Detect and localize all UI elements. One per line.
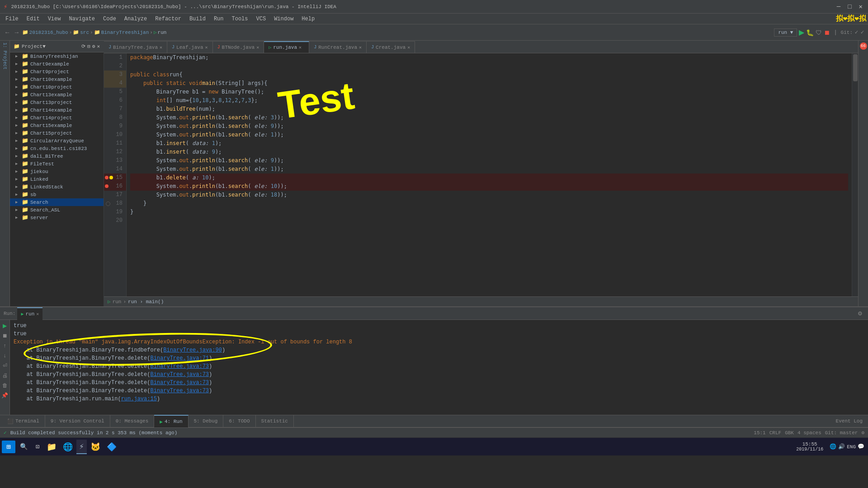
taskbar-edge[interactable]: 🔷 [104,440,119,454]
encoding-indicator[interactable]: GBK [785,430,794,436]
search-button[interactable]: 🔍 [16,440,31,454]
tab-creat[interactable]: J Creat.java ✕ [367,41,415,53]
tab-run[interactable]: ▷ run.java ✕ [264,41,309,53]
stop-button[interactable]: ⏹ [824,29,830,36]
project-icon[interactable]: 1: Project [2,42,7,70]
tab-terminal[interactable]: ⬛Terminal [2,415,45,427]
right-scrollbar[interactable] [852,53,858,296]
project-name[interactable]: 20182316_hubo [29,30,68,35]
tab-version-control[interactable]: 9: Version Control [45,415,110,427]
menu-run[interactable]: Run [210,15,227,23]
tree-item-chart10example[interactable]: ▶ 📁 Chart10example [10,75,104,83]
git-push-button[interactable]: ✓ [860,29,864,35]
tab-close-icon[interactable]: ✕ [256,45,259,50]
tree-item-chart14project[interactable]: ▶ 📁 Chart14project [10,114,104,122]
pin-button[interactable]: 📌 [1,391,9,399]
tree-item-dali[interactable]: ▶ 📁 dali_BiTree [10,152,104,160]
task-view-button[interactable]: ⊡ [32,440,43,454]
stack-link-4[interactable]: BinaryTree.java:73 [150,371,209,378]
gear-icon[interactable]: ⚙ [92,43,95,49]
back-button[interactable]: ← [4,28,11,37]
breadcrumb-run[interactable]: run [113,299,122,305]
tab-close-icon[interactable]: ✕ [160,45,162,50]
menu-help[interactable]: Help [298,15,318,23]
menu-analyze[interactable]: Analyze [121,15,151,23]
scroll-up-button[interactable]: ↑ [1,342,9,350]
indent-indicator[interactable]: 4 spaces [797,430,821,436]
taskbar-misc[interactable]: 🐱 [88,440,103,454]
stack-link-7[interactable]: run.java:15 [121,396,157,402]
start-button[interactable]: ⊞ [2,441,15,453]
tree-item-linkedstack[interactable]: ▶ 📁 LinkedStack [10,183,104,191]
tree-item-chart13project[interactable]: ▶ 📁 Chart13project [10,99,104,106]
position-indicator[interactable]: 15:1 [754,430,765,436]
tree-item-chart9example[interactable]: ▶ 📁 Chart9example [10,60,104,68]
tree-item-chart14example[interactable]: ▶ 📁 Chart14example [10,106,104,114]
stop-run-button[interactable]: ⏹ [1,332,9,340]
coverage-button[interactable]: 🛡 [816,29,822,36]
tab-leaf[interactable]: J Leaf.java ✕ [167,41,212,53]
forward-button[interactable]: → [13,28,20,37]
close-button[interactable]: ✕ [857,3,864,10]
lang-indicator[interactable]: ENG [847,444,856,450]
tree-item-search[interactable]: ▶ 📁 Search [10,198,104,206]
menu-build[interactable]: Build [186,15,209,23]
file-explorer-button[interactable]: 📁 [44,440,59,454]
tab-binarytree[interactable]: J BinaryTree.java ✕ [104,41,167,53]
tab-runcreat[interactable]: J RunCreat.java ✕ [309,41,367,53]
run-button[interactable]: ▶ [799,28,804,37]
menu-vcs[interactable]: VCS [253,15,270,23]
stack-link-6[interactable]: BinaryTree.java:73 [150,388,209,394]
stack-link-1[interactable]: BinaryTree.java:90 [163,347,222,353]
tree-item-chart15example[interactable]: ▶ 📁 Chart15example [10,122,104,129]
tab-close-icon[interactable]: ✕ [299,45,302,50]
tree-item-binarytreeshijan[interactable]: ▶ 📁 BinaryTreeshijan [10,52,104,60]
tab-statistic[interactable]: Statistic [256,415,294,427]
restart-button[interactable]: ▶ [1,322,9,330]
tree-item-chart13example[interactable]: ▶ 📁 Chart13example [10,91,104,99]
tree-item-jiekou[interactable]: ▶ 📁 jiekou [10,168,104,175]
run-label[interactable]: run [158,30,167,35]
tree-item-chart15project[interactable]: ▶ 📁 Chart15project [10,129,104,137]
wrap-button[interactable]: ⏎ [1,361,9,370]
tab-debug[interactable]: 5: Debug [189,415,224,427]
code-editor[interactable]: 1 2 3 4 5 6 7 8 9 10 11 12 13 14 15 [104,53,858,296]
tree-item-chart10project[interactable]: ▶ 📁 Chart10project [10,83,104,91]
tab-btnode[interactable]: J BTNode.java ✕ [213,41,264,53]
tree-item-sb[interactable]: ▶ 📁 sb [10,191,104,198]
menu-edit[interactable]: Edit [23,15,43,23]
close-panel-icon[interactable]: ✕ [97,43,100,49]
src-label[interactable]: src [80,30,89,35]
tab-messages[interactable]: 0: Messages [110,415,155,427]
module-label[interactable]: BinaryTreeshijan [101,30,149,35]
menu-refactor[interactable]: Refactor [151,15,185,23]
stack-link-2[interactable]: BinaryTree.java:71 [150,355,209,361]
stack-link-3[interactable]: BinaryTree.java:73 [150,363,209,370]
settings-icon[interactable]: ⚙ [861,430,864,436]
stack-link-5[interactable]: BinaryTree.java:73 [150,380,209,386]
tree-item-cn[interactable]: ▶ 📁 cn.edu.besti.cs1823 [10,145,104,152]
scroll-down-button[interactable]: ↓ [1,352,9,360]
print-button[interactable]: 🖨 [1,371,9,380]
git-status[interactable]: Git: master [825,430,858,436]
breadcrumb-main[interactable]: run › main() [128,299,164,305]
tree-item-search-asl[interactable]: ▶ 📁 Search_ASL [10,206,104,214]
volume-icon[interactable]: 🔊 [838,443,845,450]
tree-item-circular[interactable]: ▶ 📁 CircularArrayQueue [10,137,104,145]
run-config-selector[interactable]: run ▼ [774,28,797,37]
menu-file[interactable]: File [2,15,22,23]
tab-close-icon[interactable]: ✕ [407,45,410,50]
tab-close-icon[interactable]: ✕ [359,45,362,50]
collapse-icon[interactable]: ⊟ [87,43,90,49]
git-commit-button[interactable]: ✓ [854,29,859,35]
tree-item-filetest[interactable]: ▶ 📁 FileTest [10,160,104,168]
maximize-button[interactable]: □ [846,3,853,10]
event-log-button[interactable]: Event Log [832,418,866,424]
crlf-indicator[interactable]: CRLF [769,430,781,436]
taskbar-chrome[interactable]: 🌐 [60,440,75,454]
tree-item-server[interactable]: ▶ 📁 server [10,214,104,221]
debug-button[interactable]: 🐛 [806,29,814,36]
code-content[interactable]: package BinaryTreeshijan; public class r… [127,53,852,296]
tree-item-linked[interactable]: ▶ 📁 Linked [10,175,104,183]
tree-item-chart9project[interactable]: ▶ 📁 Chart9project [10,68,104,75]
